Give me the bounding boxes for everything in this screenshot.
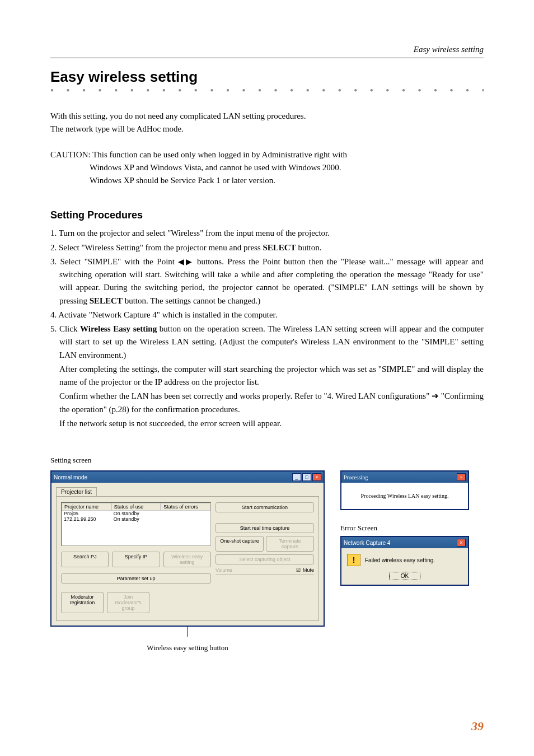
caution-block: CAUTION: This function can be used only … <box>50 148 484 188</box>
minimize-icon[interactable]: _ <box>292 473 301 481</box>
processing-body: Proceeding Wireless LAN easy setting. <box>341 483 468 509</box>
decorative-dots: ● ● ● ● ● ● ● ● ● ● ● ● ● ● ● ● ● ● ● ● … <box>50 87 484 93</box>
cell-name: 172.21.99.250 <box>62 516 111 522</box>
step3-select: SELECT <box>90 296 123 305</box>
mute-label[interactable]: Mute <box>303 567 314 573</box>
procedures-heading: Setting Procedures <box>50 209 484 221</box>
setting-screen-label: Setting screen <box>50 456 484 465</box>
step-3: 3. Select "SIMPLE" with the Point ◀▶ but… <box>50 255 484 307</box>
header-section-label: Easy wireless setting <box>50 45 484 54</box>
warning-icon: ! <box>347 554 360 566</box>
close-icon[interactable]: × <box>457 473 466 481</box>
caution-line2: Windows XP and Windows Vista, and cannot… <box>50 161 484 174</box>
error-window: Network Capture 4 × ! Failed wireless ea… <box>340 536 469 586</box>
error-screen-label: Error Screen <box>340 524 469 533</box>
close-icon[interactable]: × <box>312 473 321 481</box>
step-1: 1. Turn on the projector and select "Wir… <box>50 227 484 240</box>
error-titlebar: Network Capture 4 × <box>341 537 468 548</box>
step-confirm: Confirm whether the LAN has been set cor… <box>50 390 484 416</box>
col-use[interactable]: Status of use <box>111 503 161 511</box>
step-after: After completing the settings, the compu… <box>50 363 484 389</box>
header-divider <box>50 58 484 58</box>
error-title: Network Capture 4 <box>344 540 390 546</box>
procedures-steps: 1. Turn on the projector and select "Wir… <box>50 227 484 430</box>
main-screenshot-window: Normal mode _ □ × Projector list <box>50 470 325 627</box>
cell-use: On standby <box>111 511 161 516</box>
processing-titlebar: Processing × <box>341 472 468 483</box>
cell-err <box>161 516 210 522</box>
step-last: If the network setup is not succeeded, t… <box>50 417 484 430</box>
parameter-setup-button[interactable]: Parameter set up <box>61 573 211 584</box>
point-arrows-icon: ◀▶ <box>178 258 193 266</box>
confirm-a: Confirm whether the LAN has been set cor… <box>59 391 432 400</box>
step2-a: 2. Select "Wireless Setting" from the pr… <box>50 243 263 252</box>
one-shot-button[interactable]: One-shot capture <box>216 536 264 552</box>
step3-d: button. The settings cannot be changed.) <box>123 296 260 305</box>
step5-bold: Wireless Easy setting <box>80 324 157 333</box>
list-header: Projector name Status of use Status of e… <box>62 503 210 511</box>
cell-err <box>161 511 210 516</box>
step3-a: 3. Select "SIMPLE" with the Point <box>50 257 178 266</box>
window-buttons: _ □ × <box>292 473 321 481</box>
volume-label: Volume <box>216 567 232 573</box>
wireless-easy-button[interactable]: Wireless easy setting <box>163 552 211 567</box>
step2-select: SELECT <box>263 243 296 252</box>
intro-line2: The network type will be AdHoc mode. <box>50 124 184 133</box>
processing-title: Processing <box>344 474 368 480</box>
intro-line1: With this setting, you do not need any c… <box>50 111 306 120</box>
step-2: 2. Select "Wireless Setting" from the pr… <box>50 241 484 254</box>
moderator-reg-button[interactable]: Moderator registration <box>61 592 104 613</box>
terminate-button[interactable]: Terminate capture <box>266 536 314 552</box>
start-realtime-button[interactable]: Start real time capture <box>216 523 314 533</box>
col-name[interactable]: Projector name <box>62 503 111 511</box>
select-object-button[interactable]: Select capturing object <box>216 554 314 564</box>
projector-list[interactable]: Projector name Status of use Status of e… <box>61 502 211 546</box>
start-communication-button[interactable]: Start communication <box>216 502 314 512</box>
wireless-button-caption: Wireless easy setting button <box>50 643 325 652</box>
step-5: 5. Click Wireless Easy setting button on… <box>50 323 484 362</box>
tab-projector-list[interactable]: Projector list <box>56 487 97 496</box>
cell-name: Proj05 <box>62 511 111 516</box>
table-row[interactable]: 172.21.99.250 On standby <box>62 516 210 522</box>
volume-slider[interactable] <box>216 575 314 575</box>
ok-button[interactable]: OK <box>389 572 420 580</box>
caution-line1: CAUTION: This function can be used only … <box>50 148 484 161</box>
cell-use: On standby <box>111 516 161 522</box>
error-message: Failed wireless easy setting. <box>365 557 435 563</box>
specify-ip-button[interactable]: Specify IP <box>112 552 160 567</box>
table-row[interactable]: Proj05 On standby <box>62 511 210 516</box>
join-moderator-button[interactable]: Join moderator's group <box>107 592 149 613</box>
caution-line3: Windows XP should be Service Pack 1 or l… <box>50 174 484 187</box>
step-4: 4. Activate "Network Capture 4" which is… <box>50 309 484 321</box>
processing-window: Processing × Proceeding Wireless LAN eas… <box>340 470 469 510</box>
step5-a: 5. Click <box>50 324 80 333</box>
main-title-text: Normal mode <box>54 474 87 480</box>
callout-line <box>188 626 188 637</box>
intro-paragraph: With this setting, you do not need any c… <box>50 110 484 136</box>
maximize-icon[interactable]: □ <box>302 473 311 481</box>
main-titlebar: Normal mode _ □ × <box>51 472 324 483</box>
page-number: 39 <box>471 719 484 734</box>
page-title: Easy wireless setting <box>50 68 484 86</box>
arrow-right-icon: ➔ <box>432 391 439 400</box>
col-errors[interactable]: Status of errors <box>161 503 210 511</box>
search-pj-button[interactable]: Search PJ <box>61 552 109 567</box>
close-icon[interactable]: × <box>457 539 466 547</box>
step2-c: button. <box>296 243 322 252</box>
